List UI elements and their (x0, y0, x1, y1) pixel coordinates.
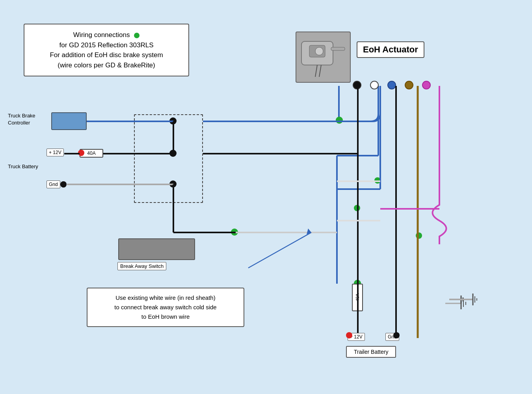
actuator-connectors (353, 81, 431, 89)
junction-dot-power (169, 150, 177, 157)
conn-blue (387, 81, 396, 89)
red-dot-12v (78, 150, 84, 156)
svg-line-31 (248, 232, 311, 268)
truck-battery-label: Truck Battery (8, 164, 38, 169)
black-dot-gnd (60, 181, 67, 188)
svg-marker-32 (307, 229, 311, 234)
red-dot-trailer-12v (346, 332, 352, 338)
title-line4: (wire colors per GD & BrakeRite) (58, 61, 155, 69)
trailer-fuse-40a: 40A (352, 284, 363, 311)
note-box: Use existing white wire (in red sheath) … (87, 288, 244, 327)
green-dot-mid1 (374, 177, 381, 184)
svg-line-43 (315, 65, 317, 77)
brake-controller-body (51, 112, 87, 130)
junction-dot-bottom (169, 180, 177, 188)
green-dot-black-mid (354, 205, 360, 211)
gnd-label: Gnd (47, 180, 60, 188)
svg-point-41 (315, 47, 323, 55)
connector-dashed-box (134, 114, 203, 203)
green-dot-magenta (416, 232, 422, 239)
svg-rect-42 (331, 47, 345, 50)
plus-12v-label: + 12V (47, 149, 64, 156)
diagram-container: Wiring connections for GD 2015 Reflectio… (0, 0, 532, 394)
eoh-actuator-label: EoH Actuator (357, 41, 424, 58)
breakaway-switch-body (118, 238, 195, 260)
title-line2: for GD 2015 Reflection 303RLS (59, 41, 153, 49)
junction-dot-brake (169, 117, 177, 125)
actuator-image (296, 32, 351, 83)
conn-magenta (422, 81, 431, 89)
trailer-battery-label: Trailer Battery (346, 346, 396, 358)
truck-brake-controller-label: Truck Brake Controller (8, 112, 50, 126)
conn-white (370, 81, 379, 89)
green-dot-blue-wire (336, 117, 343, 124)
ground-symbol (445, 296, 477, 311)
breakaway-switch-label: Break Away Switch (117, 262, 166, 270)
svg-line-44 (319, 65, 321, 77)
green-dot-breakaway-out (231, 229, 238, 236)
conn-black (353, 81, 361, 89)
title-box: Wiring connections for GD 2015 Reflectio… (24, 24, 189, 76)
title-line3: For addition of EoH disc brake system (50, 51, 163, 59)
title-line1: Wiring connections (73, 31, 130, 39)
conn-brown (405, 81, 413, 89)
black-dot-trailer-gnd (393, 332, 400, 338)
